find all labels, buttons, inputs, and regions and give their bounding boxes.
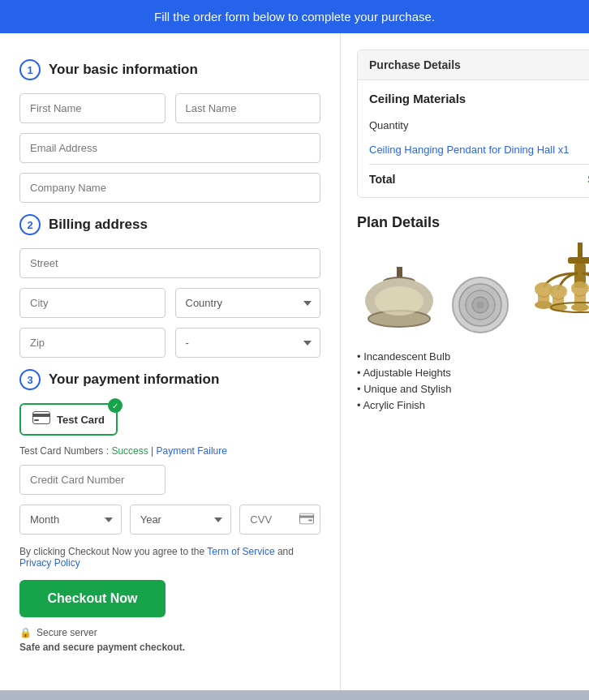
quantity-row: Quantity (369, 115, 589, 135)
secure-label: Secure server (37, 627, 97, 638)
purchase-details-body: Ceiling Materials Quantity Ceiling Hangi… (358, 80, 589, 197)
feature-4: Acrylic Finish (357, 399, 589, 411)
cvv-icon (299, 513, 314, 526)
ceiling-light-2 (450, 275, 511, 339)
svg-rect-1 (32, 414, 50, 417)
svg-point-11 (375, 286, 423, 316)
test-failure-link[interactable]: Payment Failure (157, 445, 227, 457)
checkout-button[interactable]: Checkout Now (19, 580, 166, 617)
product-features: Incandescent Bulb Adjustable Heights Uni… (357, 350, 589, 411)
product-name: Ceiling Hanging Pendant for Dining Hall … (369, 144, 589, 156)
banner-text: Fill the order form below to complete yo… (154, 10, 435, 24)
purchase-details-header: Purchase Details (358, 50, 589, 80)
lock-icon: 🔒 (19, 627, 32, 638)
email-row (19, 133, 320, 163)
terms-link[interactable]: Term of Service (207, 546, 274, 557)
main-content: 1 Your basic information 2 Billing addre… (0, 33, 589, 690)
year-select[interactable]: Year (130, 505, 232, 535)
purchase-details-box: Purchase Details Ceiling Materials Quant… (357, 49, 589, 198)
plan-details-title: Plan Details (357, 214, 589, 231)
product-images (357, 243, 589, 339)
plan-details: Plan Details (357, 214, 589, 411)
last-name-input[interactable] (175, 93, 321, 123)
company-row (19, 173, 320, 203)
svg-rect-3 (300, 513, 314, 524)
svg-rect-0 (33, 412, 50, 424)
card-number-row (19, 465, 320, 495)
card-label: Test Card (57, 414, 105, 426)
total-label: Total (369, 173, 395, 186)
section3-header: 3 Your payment information (19, 369, 320, 390)
section2-header: 2 Billing address (19, 214, 320, 235)
section1-title: Your basic information (49, 62, 198, 78)
state-select[interactable]: - (175, 328, 321, 358)
check-badge: ✓ (108, 398, 123, 413)
svg-rect-5 (308, 519, 312, 521)
street-row (19, 248, 320, 278)
ceiling-light-1 (357, 267, 442, 339)
product-row: Ceiling Hanging Pendant for Dining Hall … (369, 144, 589, 156)
zip-input[interactable] (19, 328, 166, 358)
cvv-row: Month Year (19, 505, 320, 535)
street-input[interactable] (19, 248, 320, 278)
total-row: Total $100.00 (369, 164, 589, 186)
safe-text: Safe and secure payment checkout. (19, 642, 320, 653)
country-select[interactable]: Country (175, 288, 321, 318)
company-input[interactable] (19, 173, 320, 203)
quantity-label: Quantity (369, 119, 408, 131)
svg-point-32 (571, 303, 589, 311)
secure-server: 🔒 Secure server (19, 627, 320, 638)
svg-rect-22 (568, 257, 589, 264)
test-card-label: Test Card Numbers : (19, 445, 109, 457)
page-wrapper: Fill the order form below to complete yo… (0, 0, 589, 700)
right-panel: Purchase Details Ceiling Materials Quant… (341, 33, 589, 690)
email-input[interactable] (19, 133, 320, 163)
svg-rect-21 (578, 243, 583, 259)
card-option[interactable]: Test Card ✓ (19, 403, 118, 436)
top-banner: Fill the order form below to complete yo… (0, 0, 589, 33)
section2-number: 2 (19, 214, 41, 235)
purchase-category: Ceiling Materials (369, 92, 589, 105)
test-card-notice: Test Card Numbers : Success | Payment Fa… (19, 445, 320, 457)
terms-text: By clicking Checkout Now you agree to th… (19, 546, 320, 569)
chandelier (519, 243, 589, 339)
city-country-row: Country (19, 288, 320, 318)
section3-number: 3 (19, 369, 41, 390)
feature-2: Adjustable Heights (357, 367, 589, 379)
section1-header: 1 Your basic information (19, 59, 320, 80)
svg-rect-4 (299, 515, 314, 517)
section1-number: 1 (19, 59, 41, 80)
zip-state-row: - (19, 328, 320, 358)
city-input[interactable] (19, 288, 166, 318)
section3-title: Your payment information (49, 371, 219, 388)
card-icon (32, 411, 50, 427)
month-select[interactable]: Month (19, 505, 122, 535)
test-success-link[interactable]: Success (111, 445, 148, 457)
feature-1: Incandescent Bulb (357, 350, 589, 363)
privacy-link[interactable]: Privacy Policy (19, 557, 80, 569)
name-row (19, 93, 320, 123)
section2-title: Billing address (49, 217, 148, 233)
svg-rect-2 (34, 419, 39, 421)
cvv-wrapper (239, 505, 320, 535)
feature-3: Unique and Stylish (357, 383, 589, 395)
left-panel: 1 Your basic information 2 Billing addre… (0, 33, 341, 690)
card-number-input[interactable] (19, 465, 166, 495)
first-name-input[interactable] (19, 93, 166, 123)
